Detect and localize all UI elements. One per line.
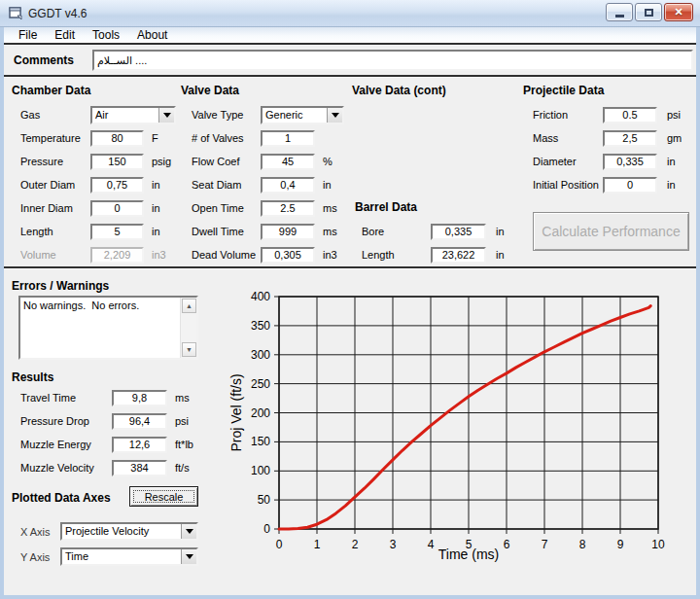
close-button[interactable]: ✕ [664,3,693,21]
flow-coef-label: Flow Coef [192,156,261,167]
inner-diam-input[interactable] [90,200,144,217]
friction-input[interactable] [603,107,657,123]
temperature-input[interactable] [90,130,144,147]
muzzle-energy-label: Muzzle Energy [20,439,112,450]
open-time-unit: ms [323,202,337,214]
flow-coef-input[interactable] [261,154,315,170]
comments-label: Comments [14,53,74,67]
pressure-unit: psig [152,156,171,167]
errors-warnings-header: Errors / Warnings [12,279,109,293]
calculate-performance-button[interactable]: Calculate Performance [533,212,689,251]
menu-tools[interactable]: Tools [84,27,128,43]
rescale-button[interactable]: Rescale [129,486,198,507]
dropdown-arrow-icon[interactable] [158,108,174,123]
pressure-input[interactable] [90,154,144,170]
app-icon [9,7,22,19]
menu-about[interactable]: About [128,27,176,43]
muzzle-energy-output[interactable] [112,437,167,453]
x-axis-label: X Axis [20,526,51,538]
pressure-drop-output[interactable] [112,413,167,430]
dead-volume-input[interactable] [261,247,315,264]
open-time-label: Open Time [192,202,261,214]
errors-warnings-text: No warnings. No errors. [23,300,177,311]
velocity-chart: 050100150200250300350400012345678910Time… [229,280,690,583]
initial-position-input[interactable] [603,177,657,194]
open-time-input[interactable] [261,200,315,217]
dwell-time-unit: ms [323,226,337,237]
results-section: Travel Time ms Pressure Drop psi Muzzle … [20,386,195,479]
seat-diam-input[interactable] [261,177,315,194]
y-axis-select[interactable]: Time [60,547,198,566]
field-row: Outer Diam in [20,173,188,196]
field-row: Diameter in [533,150,693,173]
scroll-up-icon[interactable]: ▲ [182,299,196,313]
dwell-time-label: Dwell Time [192,226,261,237]
svg-text:6: 6 [504,538,510,551]
outer-diam-input[interactable] [90,177,144,194]
gas-select[interactable]: Air [90,106,176,124]
field-row: Gas Air [20,103,188,126]
num-valves-input[interactable] [261,130,315,147]
valve-type-select[interactable]: Generic [261,106,344,124]
barrel-data-section: Bore in Length in [362,220,517,266]
menu-edit[interactable]: Edit [46,27,84,43]
svg-text:10: 10 [651,538,665,551]
field-row: Length in [20,220,188,243]
maximize-button[interactable] [635,3,662,21]
outer-diam-unit: in [152,179,160,191]
chamber-data-header: Chamber Data [12,84,90,97]
field-row: Travel Time ms [20,386,195,409]
valve-data-cont-header: Valve Data (cont) [352,84,446,97]
chamber-length-label: Length [20,226,90,237]
field-row: Muzzle Velocity ft/s [20,456,195,479]
valve-type-label: Valve Type [192,109,261,121]
volume-label: Volume [20,249,90,261]
svg-text:400: 400 [251,290,270,303]
barrel-length-input[interactable] [431,247,486,264]
muzzle-velocity-output[interactable] [112,460,167,476]
chamber-length-unit: in [152,226,160,237]
bore-input[interactable] [431,224,486,240]
maximize-icon [645,9,653,17]
dropdown-arrow-icon[interactable] [327,108,342,123]
menu-file[interactable]: File [10,27,46,43]
gas-selected-value: Air [92,108,158,123]
gas-label: Gas [20,109,90,121]
errors-warnings-textarea[interactable]: No warnings. No errors. ▲ ▼ [18,296,198,360]
seat-diam-unit: in [323,179,332,191]
svg-text:50: 50 [258,493,271,507]
scroll-down-icon[interactable]: ▼ [182,342,196,357]
travel-time-output[interactable] [112,390,167,406]
num-valves-label: # of Valves [192,132,261,144]
svg-text:2: 2 [352,538,359,551]
field-row: Seat Diam in [192,173,347,196]
projectile-data-section: Friction psi Mass gm Diameter in Initial… [533,103,693,196]
friction-label: Friction [533,109,603,121]
dropdown-arrow-icon[interactable] [181,524,196,539]
svg-text:100: 100 [251,464,270,477]
mass-input[interactable] [603,130,657,147]
svg-text:200: 200 [251,406,270,420]
chamber-length-input[interactable] [90,224,144,240]
diameter-input[interactable] [603,154,657,170]
title-bar[interactable]: GGDT v4.6 ✕ [0,0,700,27]
results-header: Results [12,370,53,384]
window-title: GGDT v4.6 [28,7,87,20]
minimize-button[interactable] [606,3,633,21]
field-row: Bore in [362,220,517,243]
field-row: Valve Type Generic [192,103,347,126]
scrollbar[interactable]: ▲ ▼ [180,298,196,358]
svg-text:Time (ms): Time (ms) [438,546,499,562]
dropdown-arrow-icon[interactable] [181,549,196,564]
dwell-time-input[interactable] [261,224,315,240]
svg-text:1: 1 [314,538,321,551]
mass-label: Mass [533,132,603,144]
barrel-length-unit: in [496,249,505,261]
x-axis-select[interactable]: Projectile Velocity [60,522,198,541]
svg-text:0: 0 [263,522,270,536]
barrel-data-header: Barrel Data [355,200,417,214]
bore-unit: in [496,226,505,237]
friction-unit: psi [667,109,681,121]
svg-text:4: 4 [428,538,435,551]
comments-input[interactable]: الســلام .... [92,50,693,71]
